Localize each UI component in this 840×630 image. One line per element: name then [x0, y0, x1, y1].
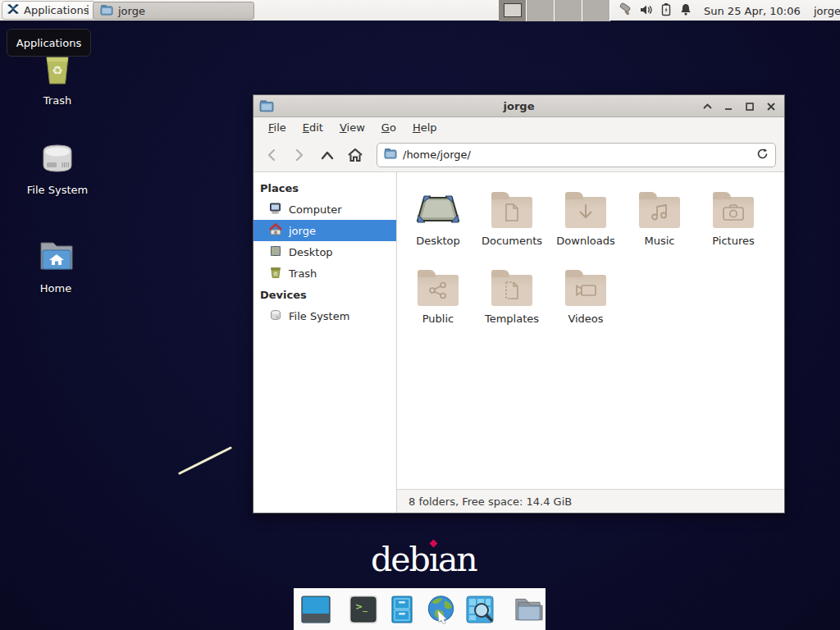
desktop-icon-label: Trash	[43, 94, 71, 107]
terminal-icon[interactable]: >_	[349, 594, 378, 624]
file-item-label: Downloads	[556, 235, 614, 247]
folder-public-icon	[418, 275, 459, 306]
window-titlebar[interactable]: jorge	[253, 95, 784, 117]
file-item-desktop[interactable]: Desktop	[401, 188, 475, 247]
file-item-documents[interactable]: Documents	[475, 188, 549, 247]
svg-text:>_: >_	[355, 601, 368, 612]
drawn-line-artifact	[172, 443, 246, 484]
computer-icon	[269, 202, 282, 217]
taskbar-window-label: jorge	[118, 5, 145, 17]
sidebar-header-devices: Devices	[253, 284, 396, 305]
sidebar-item-file-system[interactable]: File System	[253, 305, 396, 326]
desktop-screen: Applications jorge	[0, 0, 840, 630]
window-body: Places Computer	[253, 172, 784, 513]
xfce-logo-icon	[7, 2, 20, 18]
file-item-label: Public	[422, 313, 454, 325]
desktop-icon-file-system[interactable]: File System	[18, 141, 97, 196]
sidebar-item-jorge[interactable]: jorge	[253, 220, 396, 241]
reload-icon[interactable]	[756, 148, 769, 162]
applications-tooltip: Applications	[7, 29, 91, 57]
menu-file[interactable]: File	[260, 119, 294, 136]
file-item-videos[interactable]: Videos	[549, 266, 623, 325]
panel-separator-handle[interactable]	[85, 5, 89, 16]
up-button[interactable]	[314, 143, 340, 167]
debian-wordmark-part: deb	[371, 540, 429, 579]
menu-edit[interactable]: Edit	[294, 119, 331, 136]
sidebar-item-label: File System	[289, 310, 349, 322]
close-button[interactable]	[765, 100, 778, 113]
folder-videos-icon	[565, 275, 606, 306]
panel-username[interactable]: jorge	[814, 0, 840, 21]
file-cabinet-icon[interactable]	[387, 594, 417, 624]
applications-menu-button[interactable]: Applications	[2, 1, 96, 20]
folder-icon	[384, 148, 397, 162]
battery-icon[interactable]	[660, 2, 672, 19]
folder-downloads-icon	[565, 197, 606, 228]
file-item-templates[interactable]: Templates	[475, 266, 549, 325]
sidebar-item-label: Desktop	[289, 246, 333, 258]
window-controls	[701, 95, 778, 117]
web-browser-icon[interactable]	[426, 594, 456, 624]
user-home-icon	[269, 223, 282, 239]
folder-icon[interactable]	[513, 594, 543, 624]
tooltip-text: Applications	[16, 37, 81, 49]
maximize-button[interactable]	[743, 100, 756, 113]
sidebar-header-places: Places	[253, 177, 396, 199]
workspace-2[interactable]	[527, 0, 555, 21]
sidebar: Places Computer	[253, 172, 397, 513]
sidebar-item-label: jorge	[289, 225, 316, 237]
sidebar-item-label: Trash	[289, 267, 317, 280]
menu-go[interactable]: Go	[373, 119, 404, 136]
workspace-window-preview	[504, 3, 522, 17]
desktop-icon-label: Home	[40, 282, 71, 294]
debian-wordmark: debıan	[371, 540, 477, 579]
show-desktop-icon[interactable]	[301, 594, 331, 624]
menu-view[interactable]: View	[331, 119, 373, 136]
desktop-icon-home[interactable]: Home	[16, 240, 95, 294]
home-folder-icon	[35, 240, 76, 276]
sidebar-item-desktop[interactable]: Desktop	[253, 241, 396, 262]
file-view-column: Desktop Documents	[397, 172, 784, 513]
stylus-icon[interactable]	[617, 2, 632, 20]
workspace-1[interactable]	[499, 0, 527, 21]
hard-drive-icon	[269, 308, 282, 324]
volume-icon[interactable]	[639, 3, 653, 19]
path-input[interactable]: /home/jorge/	[403, 148, 751, 161]
folder-templates-icon	[491, 275, 532, 306]
home-button[interactable]	[342, 143, 368, 167]
debian-wordmark-part: an	[438, 540, 477, 579]
forward-button[interactable]	[286, 143, 313, 167]
sidebar-item-computer[interactable]: Computer	[253, 199, 396, 220]
minimize-button[interactable]	[722, 100, 735, 113]
file-item-label: Music	[645, 235, 675, 247]
workspace-3[interactable]	[555, 0, 582, 21]
toolbar: /home/jorge/	[253, 138, 784, 172]
back-button[interactable]	[258, 143, 285, 167]
status-text: 8 folders, Free space: 14.4 GiB	[409, 495, 572, 508]
workspace-4[interactable]	[582, 0, 610, 21]
folder-icon	[100, 4, 113, 18]
menu-help[interactable]: Help	[404, 119, 445, 136]
file-icon-view[interactable]: Desktop Documents	[397, 172, 784, 489]
file-item-label: Videos	[568, 313, 603, 325]
sidebar-item-label: Computer	[289, 203, 342, 216]
location-bar[interactable]: /home/jorge/	[377, 143, 776, 167]
app-finder-icon[interactable]	[465, 594, 495, 624]
notifications-bell-icon[interactable]	[679, 2, 692, 19]
file-item-label: Documents	[482, 235, 542, 247]
panel-clock[interactable]: Sun 25 Apr, 10:06	[704, 0, 801, 21]
dock-panel: >_	[294, 588, 546, 630]
file-manager-window: jorge File Edit View Go Help	[253, 94, 785, 514]
shade-button[interactable]	[701, 100, 714, 113]
desktop-icon	[269, 244, 282, 260]
file-item-public[interactable]: Public	[401, 266, 475, 325]
svg-text:♻: ♻	[273, 271, 277, 276]
file-item-music[interactable]: Music	[623, 188, 696, 247]
file-item-label: Templates	[485, 313, 539, 325]
svg-text:♻: ♻	[52, 63, 62, 78]
taskbar-window-button[interactable]: jorge	[93, 2, 254, 20]
workspace-switcher[interactable]	[499, 0, 610, 21]
sidebar-item-trash[interactable]: ♻ Trash	[253, 262, 396, 284]
file-item-pictures[interactable]: Pictures	[696, 188, 770, 247]
file-item-downloads[interactable]: Downloads	[549, 188, 623, 247]
